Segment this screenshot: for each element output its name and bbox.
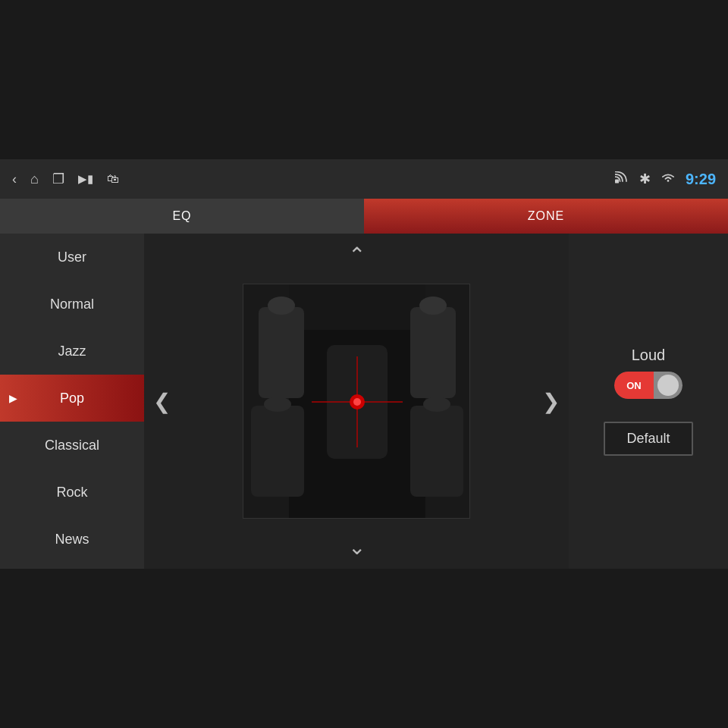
sidebar-item-user[interactable]: User	[0, 234, 144, 281]
screen: ‹ ⌂ ❐ ▶▮ 🛍 ✱	[0, 159, 728, 569]
tab-zone[interactable]: ZONE	[364, 199, 728, 234]
loud-label: Loud	[632, 347, 666, 364]
svg-point-17	[353, 398, 361, 406]
bag-button[interactable]: 🛍	[107, 172, 119, 186]
sidebar-item-pop[interactable]: ▶ Pop	[0, 375, 144, 422]
back-button[interactable]: ‹	[12, 171, 17, 187]
car-interior-svg	[243, 284, 470, 519]
window-button[interactable]: ❐	[52, 171, 64, 187]
cast-icon	[615, 171, 630, 187]
sidebar-item-rock[interactable]: Rock	[0, 469, 144, 516]
svg-rect-6	[410, 307, 456, 398]
toggle-circle	[657, 375, 679, 396]
bluetooth-icon: ✱	[639, 171, 651, 187]
center-zone: ⌃ ⌄ ❮ ❯	[144, 234, 569, 569]
top-bar: ‹ ⌂ ❐ ▶▮ 🛍 ✱	[0, 159, 728, 199]
clock: 9:29	[686, 171, 716, 188]
main-content: User Normal Jazz ▶ Pop Classical Rock Ne…	[0, 234, 728, 569]
svg-rect-8	[410, 406, 463, 497]
sidebar-item-jazz[interactable]: Jazz	[0, 328, 144, 375]
toggle-on-label: ON	[614, 372, 654, 399]
loud-toggle[interactable]: ON	[614, 372, 682, 399]
play-indicator-icon: ▶	[9, 392, 17, 404]
tabs: EQ ZONE	[0, 199, 728, 234]
default-button[interactable]: Default	[604, 422, 692, 456]
arrow-up-button[interactable]: ⌃	[348, 243, 366, 268]
svg-rect-4	[289, 284, 425, 330]
arrow-left-button[interactable]: ❮	[153, 389, 171, 414]
wifi-icon	[660, 171, 676, 187]
svg-point-11	[419, 297, 447, 315]
svg-point-10	[268, 297, 295, 315]
home-button[interactable]: ⌂	[30, 171, 39, 187]
arrow-down-button[interactable]: ⌄	[348, 535, 366, 560]
top-bar-right: ✱ 9:29	[615, 171, 716, 188]
top-bar-left: ‹ ⌂ ❐ ▶▮ 🛍	[12, 171, 119, 187]
car-seat-display	[243, 284, 470, 519]
sidebar-item-normal[interactable]: Normal	[0, 281, 144, 328]
right-panel: Loud ON Default	[569, 234, 728, 569]
svg-rect-0	[615, 180, 619, 184]
svg-rect-7	[251, 406, 304, 497]
arrow-right-button[interactable]: ❯	[542, 389, 560, 414]
tab-eq[interactable]: EQ	[0, 199, 364, 234]
sidebar: User Normal Jazz ▶ Pop Classical Rock Ne…	[0, 234, 144, 569]
toggle-thumb	[654, 372, 682, 399]
sidebar-item-classical[interactable]: Classical	[0, 422, 144, 469]
loud-section: Loud ON	[614, 347, 682, 399]
svg-point-12	[264, 397, 291, 412]
svg-rect-5	[259, 307, 304, 398]
camera-button[interactable]: ▶▮	[78, 172, 93, 186]
svg-point-13	[423, 397, 450, 412]
sidebar-item-news[interactable]: News	[0, 516, 144, 563]
